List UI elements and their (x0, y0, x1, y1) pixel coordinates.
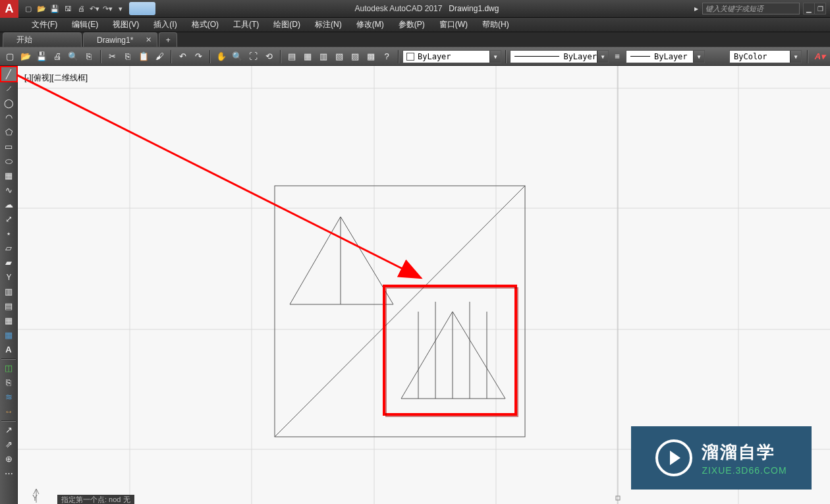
tb-preview-icon[interactable]: 🔍 (66, 49, 80, 64)
commandline-status[interactable]: 指定第一个点: nod 无 (57, 495, 134, 504)
doc-restore-icon[interactable]: ❐ (814, 3, 826, 14)
tb-help-icon[interactable]: ? (379, 49, 394, 64)
palette-sep (1, 420, 16, 421)
center-tool-icon[interactable]: ⊕ (1, 452, 16, 466)
tb-ltmanager-icon[interactable]: ≡ (610, 49, 624, 64)
tb-new-icon[interactable]: ▢ (3, 49, 17, 64)
tb-sep (280, 50, 281, 63)
gradient-tool-icon[interactable]: ▦ (1, 314, 16, 327)
menu-draw[interactable]: 绘图(D) (273, 19, 300, 30)
linetype-combo-value: ByLayer (563, 52, 597, 61)
qat-saveas-icon[interactable]: 🖫 (62, 3, 74, 14)
menu-modify[interactable]: 修改(M) (356, 19, 384, 30)
tb-print-icon[interactable]: 🖨 (50, 49, 65, 64)
chevron-down-icon[interactable]: ▾ (597, 51, 608, 63)
menu-file[interactable]: 文件(F) (32, 19, 57, 30)
tb-zoomwin-icon[interactable]: ⛶ (246, 49, 260, 64)
qat-undo-icon[interactable]: ↶▾ (88, 3, 100, 14)
tab-start-label: 开始 (16, 34, 32, 45)
menu-tools[interactable]: 工具(T) (233, 19, 259, 30)
svg-marker-13 (290, 217, 393, 304)
tb-save-icon[interactable]: 💾 (34, 49, 49, 64)
tb-zoom-icon[interactable]: 🔍 (230, 49, 244, 64)
more-tool-icon[interactable]: ⋯ (1, 466, 16, 480)
qat-more-icon[interactable]: ▾ (115, 3, 126, 14)
tb-copy-icon[interactable]: ⎘ (121, 49, 135, 64)
layer-color-swatch (406, 53, 414, 61)
ellipse-tool-icon[interactable]: ⬭ (1, 154, 16, 168)
tb-textstyle-icon[interactable]: A▾ (813, 49, 827, 64)
app-logo[interactable]: A (0, 0, 18, 18)
tb-open-icon[interactable]: 📂 (18, 49, 33, 64)
tb-calc-icon[interactable]: ▩ (364, 49, 378, 64)
leader-tool-icon[interactable]: ↗ (1, 423, 16, 437)
chevron-down-icon[interactable]: ▾ (693, 51, 704, 63)
tb-dcenter-icon[interactable]: ▦ (300, 49, 315, 64)
block-tool-icon[interactable]: ◫ (1, 361, 16, 375)
divide-tool-icon[interactable]: Ｙ (1, 270, 16, 284)
doc-min-icon[interactable]: ▁ (803, 3, 815, 14)
xline-tool-icon[interactable]: ⤢ (1, 212, 16, 226)
tb-props-icon[interactable]: ▤ (285, 49, 299, 64)
menu-dim[interactable]: 标注(N) (315, 19, 342, 30)
text-tool-icon[interactable]: A (1, 343, 16, 356)
menu-view[interactable]: 视图(V) (113, 19, 139, 30)
tb-cut-icon[interactable]: ✂ (105, 49, 119, 64)
measure-tool-icon[interactable]: ▥ (1, 285, 16, 298)
tb-sep (505, 50, 506, 63)
tb-paste-icon[interactable]: 📋 (136, 49, 151, 64)
arc-tool-icon[interactable]: ◠ (1, 111, 16, 125)
qat-save-icon[interactable]: 💾 (49, 3, 61, 14)
tb-match-icon[interactable]: 🖌 (152, 49, 167, 64)
tb-markup-icon[interactable]: ▨ (348, 49, 362, 64)
search-input[interactable]: 键入关键字或短语 (702, 3, 800, 14)
tb-redo-icon[interactable]: ↷ (191, 49, 206, 64)
svg-text:Y: Y (32, 493, 38, 503)
linetype-combo[interactable]: ByLayer ▾ (510, 50, 609, 63)
tb-tpalette-icon[interactable]: ▥ (316, 49, 331, 64)
point-tool-icon[interactable]: ⋆ (1, 227, 16, 240)
tb-sheetset-icon[interactable]: ▧ (332, 49, 346, 64)
tab-drawing1[interactable]: Drawing1* ✕ (83, 32, 157, 47)
menu-format[interactable]: 格式(O) (192, 19, 219, 30)
polyline-tool-icon[interactable]: ⟋ (1, 82, 16, 96)
hatch-tool-icon[interactable]: ▦ (1, 169, 16, 182)
tab-close-icon[interactable]: ✕ (144, 36, 153, 45)
tb-publish-icon[interactable]: ⎘ (82, 49, 96, 64)
menu-insert[interactable]: 插入(I) (153, 19, 177, 30)
layer-combo[interactable]: ByLayer ▾ (402, 50, 501, 63)
spline-tool-icon[interactable]: ∿ (1, 183, 16, 197)
menu-window[interactable]: 窗口(W) (439, 19, 468, 30)
qat-redo-icon[interactable]: ↷▾ (101, 3, 113, 14)
qat-open-icon[interactable]: 📂 (36, 3, 47, 14)
polygon-tool-icon[interactable]: ⬠ (1, 125, 16, 139)
tb-undo-icon[interactable]: ↶ (175, 49, 190, 64)
revcloud-tool-icon[interactable]: ☁ (1, 198, 16, 211)
chevron-down-icon[interactable]: ▾ (489, 51, 501, 63)
insert-tool-icon[interactable]: ⎘ (1, 376, 16, 389)
menu-help[interactable]: 帮助(H) (482, 19, 509, 30)
line-tool-icon[interactable]: ╱ (1, 67, 16, 81)
linecolor-combo[interactable]: ByColor ▾ (729, 50, 802, 63)
circle-tool-icon[interactable]: ◯ (1, 96, 16, 110)
tb-pan-icon[interactable]: ✋ (214, 49, 229, 64)
lineweight-combo[interactable]: ByLayer ▾ (626, 50, 705, 63)
boundary-tool-icon[interactable]: ▤ (1, 299, 16, 313)
wipeout-tool-icon[interactable]: ▰ (1, 256, 16, 269)
menu-param[interactable]: 参数(P) (399, 19, 425, 30)
chevron-down-icon[interactable]: ▾ (790, 51, 801, 63)
qat-new-icon[interactable]: ▢ (22, 3, 34, 14)
tb-zoomprev-icon[interactable]: ⟲ (262, 49, 276, 64)
dim-tool-icon[interactable]: ↔ (1, 405, 16, 418)
region-tool-icon[interactable]: ▱ (1, 241, 16, 255)
layer-tool-icon[interactable]: ≋ (1, 390, 16, 404)
menu-edit[interactable]: 编辑(E) (72, 19, 98, 30)
qat-print-icon[interactable]: 🖨 (75, 3, 87, 14)
tab-start[interactable]: 开始 (3, 32, 82, 47)
drawing-canvas[interactable]: [-][俯视][二维线框] (18, 66, 830, 504)
tab-add[interactable]: + (159, 32, 177, 47)
quick-access-toolbar: ▢ 📂 💾 🖫 🖨 ↶▾ ↷▾ ▾ (20, 3, 129, 14)
rectangle-tool-icon[interactable]: ▭ (1, 140, 16, 154)
table-tool-icon[interactable]: ▦ (1, 328, 16, 342)
mleader-tool-icon[interactable]: ⇗ (1, 437, 16, 451)
